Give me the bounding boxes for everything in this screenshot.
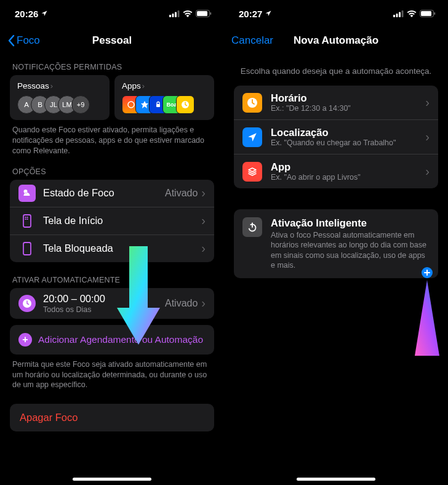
clock-icon [18, 295, 36, 312]
people-label: Pessoas [17, 81, 49, 90]
time-trigger-row[interactable]: Horário Ex.: "De 12:30 a 14:30" › [234, 86, 438, 119]
chevron-right-icon: › [425, 95, 430, 110]
svg-rect-1 [172, 14, 174, 17]
option-title: Localização [271, 127, 417, 138]
home-indicator[interactable] [73, 478, 151, 481]
svg-point-7 [128, 102, 134, 108]
svg-rect-0 [169, 15, 171, 17]
schedule-row[interactable]: 20:00 – 00:00 Todos os Dias Ativado› [10, 288, 214, 319]
row-label: Tela de Início [43, 215, 194, 226]
svg-rect-15 [23, 242, 31, 255]
option-subtitle: Ex.: "De 12:30 a 14:30" [271, 104, 417, 113]
smart-activation-description: Ativa o foco Pessoal automaticamente em … [271, 230, 430, 270]
location-trigger-row[interactable]: Localização Ex. "Quando eu chegar ao Tra… [234, 119, 438, 154]
focus-status-icon [18, 185, 36, 202]
row-value: Ativado [165, 188, 198, 199]
cellular-signal-icon [393, 10, 404, 17]
chevron-right-icon: › [201, 214, 206, 228]
status-time: 20:27 [239, 9, 262, 19]
home-screen-row[interactable]: Tela de Início › [10, 207, 214, 234]
power-icon [242, 217, 262, 237]
notifications-footnote: Quando este Foco estiver ativado, permit… [10, 120, 214, 159]
page-title: Nova Automação [294, 34, 378, 47]
app-icon-stack: Boa [122, 95, 207, 114]
section-header-auto: ATIVAR AUTOMATICAMENTE [10, 267, 214, 288]
chevron-left-icon [7, 34, 15, 47]
focus-status-row[interactable]: Estado de Foco Ativado› [10, 180, 214, 207]
back-button[interactable]: Foco [7, 34, 40, 47]
svg-rect-14 [27, 218, 28, 220]
schedule-days: Todos os Dias [43, 305, 158, 314]
svg-rect-8 [156, 104, 160, 107]
chevron-right-icon: › [425, 164, 430, 178]
lock-screen-icon [18, 240, 36, 257]
svg-rect-19 [399, 12, 401, 17]
status-time: 20:26 [15, 9, 38, 19]
svg-rect-12 [27, 217, 28, 218]
option-subtitle: Ex. "Quando eu chegar ao Trabalho" [271, 138, 417, 147]
section-header-notifications: NOTIFICAÇÕES PERMITIDAS [10, 54, 214, 75]
cellular-signal-icon [169, 10, 180, 17]
chevron-right-icon: › [425, 130, 430, 144]
home-screen-icon [18, 212, 36, 230]
screen-new-automation: 20:27 Cancelar Nova Automação Escolha qu… [224, 0, 448, 485]
page-subtitle: Escolha quando deseja que a automação ac… [234, 54, 438, 86]
location-icon [242, 127, 262, 147]
chevron-right-icon: › [50, 81, 53, 90]
svg-rect-2 [175, 12, 177, 17]
chevron-right-icon: › [201, 296, 206, 310]
svg-rect-3 [178, 10, 180, 17]
avatar-stack: A B JL LM +9 [17, 95, 102, 114]
location-services-icon [265, 10, 272, 17]
chevron-right-icon: › [201, 241, 206, 255]
svg-rect-11 [25, 217, 26, 218]
schedule-time: 20:00 – 00:00 [43, 293, 158, 305]
wifi-icon [183, 10, 193, 17]
delete-focus-button[interactable]: Apagar Foco [10, 404, 214, 431]
add-automation-button[interactable]: + Adicionar Agendamento ou Automação [10, 325, 214, 355]
row-label: Tela Bloqueada [43, 242, 194, 254]
row-label: Estado de Foco [43, 187, 158, 199]
smart-activation-title: Ativação Inteligente [271, 217, 430, 229]
page-title: Pessoal [92, 34, 132, 47]
add-automation-label: Adicionar Agendamento ou Automação [38, 334, 203, 345]
allowed-people-card[interactable]: Pessoas › A B JL LM +9 [10, 75, 110, 120]
app-icon [176, 95, 194, 114]
svg-rect-22 [421, 11, 431, 16]
chevron-right-icon: › [201, 186, 206, 200]
svg-rect-18 [396, 14, 398, 17]
svg-rect-23 [434, 12, 436, 15]
option-title: App [271, 161, 417, 173]
cancel-button[interactable]: Cancelar [231, 34, 273, 47]
lock-screen-row[interactable]: Tela Bloqueada › [10, 234, 214, 262]
chevron-right-icon: › [142, 81, 145, 90]
row-value: Ativado [165, 298, 198, 309]
plus-icon: + [18, 333, 32, 347]
svg-rect-6 [210, 12, 212, 15]
nav-bar: Foco Pessoal [0, 27, 224, 54]
option-subtitle: Ex. "Ao abrir o app Livros" [271, 173, 417, 182]
location-services-icon [41, 10, 48, 17]
apps-label: Apps [122, 81, 141, 90]
allowed-apps-card[interactable]: Apps › Boa [114, 75, 214, 120]
option-title: Horário [271, 92, 417, 104]
section-header-options: OPÇÕES [10, 159, 214, 180]
app-trigger-row[interactable]: App Ex. "Ao abrir o app Livros" › [234, 154, 438, 188]
svg-rect-13 [25, 218, 26, 220]
wifi-icon [407, 10, 417, 17]
auto-footnote: Permita que este Foco seja ativado autom… [10, 355, 214, 393]
svg-rect-20 [402, 10, 404, 17]
screen-focus-settings: 20:26 Foco Pessoal NOTIFICAÇÕES PERMITID… [0, 0, 224, 485]
home-indicator[interactable] [297, 478, 375, 481]
status-bar: 20:26 [0, 0, 224, 27]
battery-icon [420, 10, 436, 17]
avatar-more: +9 [71, 95, 90, 114]
svg-rect-17 [393, 15, 395, 17]
nav-bar: Cancelar Nova Automação [224, 27, 448, 54]
svg-rect-5 [197, 11, 207, 16]
status-bar: 20:27 [224, 0, 448, 27]
clock-icon [242, 93, 262, 113]
app-stack-icon [242, 162, 262, 182]
smart-activation-row[interactable]: Ativação Inteligente Ativa o foco Pessoa… [234, 209, 438, 278]
battery-icon [196, 10, 212, 17]
